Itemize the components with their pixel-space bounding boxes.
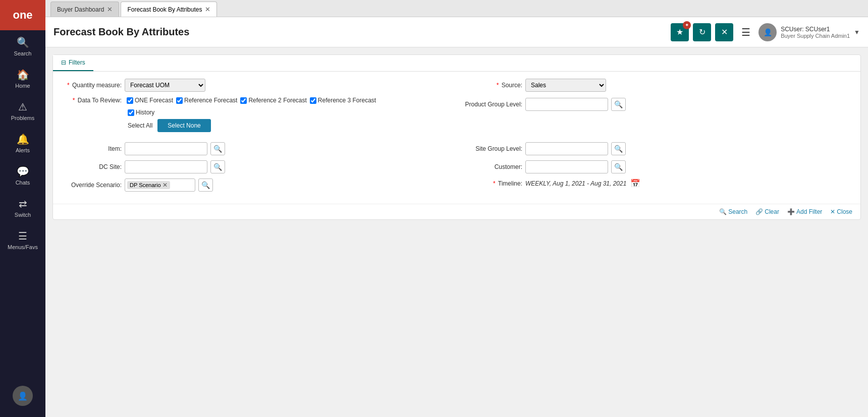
sidebar-item-switch[interactable]: ⇄ Switch xyxy=(0,192,45,224)
site-group-level-group: Site Group Level: 🔍 xyxy=(462,142,852,155)
sidebar-item-menus[interactable]: ☰ Menus/Favs xyxy=(0,224,45,256)
reference-forecast-label: Reference Forecast xyxy=(184,97,237,104)
clear-link-icon: 🔗 xyxy=(755,208,763,215)
reference3-forecast-checkbox[interactable] xyxy=(310,97,316,104)
close-button[interactable]: ✕ xyxy=(715,23,733,41)
filter-tab-bar: ⊟ Filters xyxy=(53,55,860,72)
add-filter-link[interactable]: ➕ Add Filter xyxy=(787,208,822,215)
user-role: Buyer Supply Chain Admin1 xyxy=(781,33,850,39)
filter-tab-label: Filters xyxy=(69,59,85,66)
dc-site-search-button[interactable]: 🔍 xyxy=(210,160,225,173)
sidebar-item-search-label: Search xyxy=(14,50,32,56)
site-group-level-search-button[interactable]: 🔍 xyxy=(611,142,626,155)
filter-body: * Quantity measure: Forecast UOM Base UO… xyxy=(53,72,860,204)
dp-scenario-tag-remove[interactable]: ✕ xyxy=(162,182,168,189)
history-row: History xyxy=(128,109,452,116)
user-section: 👤 SCUser: SCUser1 Buyer Supply Chain Adm… xyxy=(758,23,860,41)
reference3-forecast-label: Reference 3 Forecast xyxy=(318,97,376,104)
form-row-data-review: * Data To Review: ONE Forecast xyxy=(61,97,852,137)
override-scenario-search-button[interactable]: 🔍 xyxy=(198,178,213,192)
tab-buyer-dashboard[interactable]: Buyer Dashboard ✕ xyxy=(50,2,119,17)
data-review-label-group: * Data To Review: xyxy=(61,97,125,104)
user-name: SCUser: SCUser1 xyxy=(781,26,850,33)
reference-forecast-checkbox[interactable] xyxy=(176,97,183,104)
timeline-group: * Timeline: WEEKLY, Aug 1, 2021 - Aug 31… xyxy=(462,178,852,188)
sidebar-item-search[interactable]: 🔍 Search xyxy=(0,30,45,63)
sidebar-item-problems[interactable]: ⚠ Problems xyxy=(0,95,45,127)
select-all-link[interactable]: Select All xyxy=(128,122,152,129)
dp-scenario-tag: DP Scenario ✕ xyxy=(127,181,170,189)
main-area: Buyer Dashboard ✕ Forecast Book By Attri… xyxy=(45,0,868,417)
checkbox-reference-forecast[interactable]: Reference Forecast xyxy=(176,97,237,104)
user-avatar: 👤 xyxy=(758,23,777,41)
checkbox-one-forecast[interactable]: ONE Forecast xyxy=(127,97,173,104)
switch-icon: ⇄ xyxy=(19,198,27,210)
tab-forecast-book-close[interactable]: ✕ xyxy=(205,6,210,13)
product-group-level-group: Product Group Level: 🔍 xyxy=(462,97,852,111)
problems-icon: ⚠ xyxy=(18,101,27,113)
page-content: ⊟ Filters * Quantity measure: Forecast U… xyxy=(45,47,868,417)
sidebar-item-home-label: Home xyxy=(15,83,30,89)
checkbox-reference3-forecast[interactable]: Reference 3 Forecast xyxy=(310,97,376,104)
item-input[interactable] xyxy=(125,142,207,155)
menu-button[interactable]: ☰ xyxy=(737,26,754,38)
override-scenario-tag-input[interactable]: DP Scenario ✕ xyxy=(125,178,195,192)
site-group-level-input[interactable] xyxy=(525,142,608,155)
form-row-dc-customer: DC Site: 🔍 Customer: 🔍 xyxy=(61,160,852,173)
tab-buyer-dashboard-close[interactable]: ✕ xyxy=(107,6,113,13)
sidebar-item-alerts[interactable]: 🔔 Alerts xyxy=(0,127,45,159)
sidebar-item-problems-label: Problems xyxy=(11,115,34,121)
clear-link[interactable]: 🔗 Clear xyxy=(755,208,779,215)
clear-link-label: Clear xyxy=(765,208,779,215)
timeline-calendar-button[interactable]: 📅 xyxy=(629,178,641,188)
item-label: Item: xyxy=(61,145,122,152)
sidebar-user-avatar[interactable]: 👤 xyxy=(0,380,45,412)
sidebar-item-switch-label: Switch xyxy=(15,212,31,218)
tab-forecast-book[interactable]: Forecast Book By Attributes ✕ xyxy=(121,2,217,17)
select-buttons-row: Select All Select None xyxy=(128,119,452,132)
filter-icon: ⊟ xyxy=(61,59,66,66)
quantity-measure-group: * Quantity measure: Forecast UOM Base UO… xyxy=(61,79,452,92)
override-scenario-group: Override Scenario: DP Scenario ✕ 🔍 xyxy=(61,178,452,192)
product-group-level-input[interactable] xyxy=(525,98,608,111)
item-search-button[interactable]: 🔍 xyxy=(210,142,225,155)
timeline-value: WEEKLY, Aug 1, 2021 - Aug 31, 2021 xyxy=(525,180,626,187)
select-none-button[interactable]: Select None xyxy=(157,119,210,132)
timeline-label: * Timeline: xyxy=(462,180,522,187)
sidebar: one 🔍 Search 🏠 Home ⚠ Problems 🔔 Alerts … xyxy=(0,0,45,417)
sidebar-item-home[interactable]: 🏠 Home xyxy=(0,63,45,95)
quantity-measure-select[interactable]: Forecast UOM Base UOM Order UOM xyxy=(125,79,205,92)
page-header: Forecast Book By Attributes ★ ✦ ↻ ✕ ☰ 👤 … xyxy=(45,17,868,47)
add-filter-icon: ➕ xyxy=(787,208,795,215)
reference2-forecast-checkbox[interactable] xyxy=(240,97,247,104)
search-link[interactable]: 🔍 Search xyxy=(719,208,747,215)
customer-label: Customer: xyxy=(462,163,522,170)
close-link[interactable]: ✕ Close xyxy=(830,208,852,215)
form-row-qty-source: * Quantity measure: Forecast UOM Base UO… xyxy=(61,79,852,92)
menus-icon: ☰ xyxy=(18,230,27,242)
data-review-label: * Data To Review: xyxy=(61,97,122,104)
sidebar-item-chats[interactable]: 💬 Chats xyxy=(0,159,45,192)
checkbox-reference2-forecast[interactable]: Reference 2 Forecast xyxy=(240,97,306,104)
item-group: Item: 🔍 xyxy=(61,142,452,155)
reference2-forecast-label: Reference 2 Forecast xyxy=(248,97,306,104)
checkbox-history[interactable]: History xyxy=(128,109,154,116)
one-forecast-checkbox[interactable] xyxy=(127,97,133,104)
dp-scenario-tag-label: DP Scenario xyxy=(130,182,161,188)
user-dropdown-arrow[interactable]: ▼ xyxy=(854,29,860,36)
filter-tab-filters[interactable]: ⊟ Filters xyxy=(53,55,93,71)
history-checkbox[interactable] xyxy=(128,109,134,116)
refresh-button[interactable]: ↻ xyxy=(693,23,711,41)
dc-site-input[interactable] xyxy=(125,160,207,173)
source-label: * Source: xyxy=(462,82,522,89)
search-link-label: Search xyxy=(728,208,747,215)
page-title: Forecast Book By Attributes xyxy=(53,26,671,38)
avatar-icon: 👤 xyxy=(13,386,33,406)
favorite-badge: ✦ xyxy=(683,21,691,29)
source-group: * Source: Sales Operations Finance xyxy=(462,79,852,92)
customer-search-button[interactable]: 🔍 xyxy=(611,160,626,173)
customer-input[interactable] xyxy=(525,160,608,173)
source-select[interactable]: Sales Operations Finance xyxy=(525,79,606,92)
product-group-level-search-button[interactable]: 🔍 xyxy=(611,98,626,111)
history-label: History xyxy=(136,109,154,116)
